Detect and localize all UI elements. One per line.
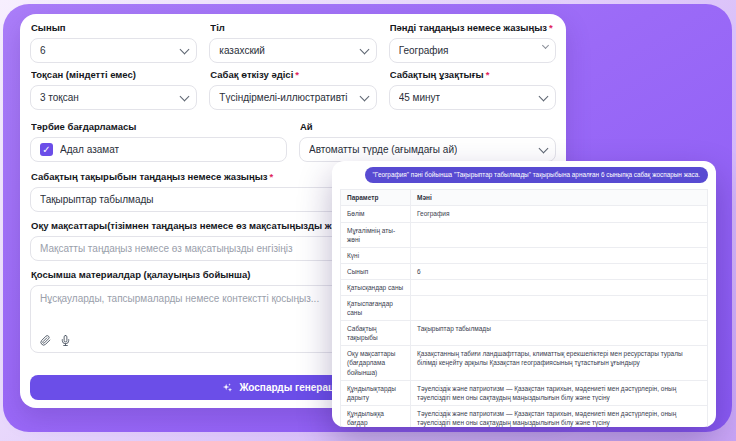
method-field-group: Сабақ өткізу әдісі* Түсіндірмелі-иллюстр… [209,69,376,110]
duration-select[interactable]: 45 минут [389,85,556,110]
table-header-value: Мәні [411,190,708,206]
checkbox-checked[interactable]: ✓ [40,143,53,156]
duration-label: Сабақтың ұзақтығы* [390,69,556,80]
table-row: Құндылыққа бағдарТәуелсіздік және патрио… [341,405,708,427]
row-value: Тәуелсіздік және патриотизм — Қазақстан … [411,405,708,427]
class-value: 6 [40,45,46,56]
form-row-2: Тоқсан (міндетті емес) 3 тоқсан Сабақ өт… [30,69,556,110]
row-value [411,295,708,320]
row-value: Қазақстанның табиғи ландшафттары, климат… [411,346,708,380]
row-value: География [411,206,708,222]
plan-parameters-table: Параметр Мәні БөлімГеография Мұғалімнің … [340,189,708,427]
class-label: Сынып [31,22,197,33]
table-header-param: Параметр [341,190,411,206]
row-param: Оқу мақсаттары (бағдарлама бойынша) [341,346,411,380]
month-select[interactable]: Автоматты түрде (ағымдағы ай) [299,137,556,162]
generated-plan-panel: "География" пәні бойынша "Тақырыптар таб… [332,161,716,427]
table-header-row: Параметр Мәні [341,190,708,206]
required-asterisk: * [270,171,274,182]
microphone-icon[interactable] [60,335,71,346]
language-field-group: Тіл казахский [209,22,376,63]
checkmark-icon: ✓ [42,144,50,155]
chevron-down-icon [359,44,369,54]
attachment-toolbar [40,335,71,346]
row-param: Құндылыққа бағдар [341,405,411,427]
term-label: Тоқсан (міндетті емес) [31,69,197,80]
row-param: Сынып [341,263,411,279]
language-value: казахский [219,45,265,56]
required-asterisk: * [295,69,299,80]
language-label: Тіл [210,22,376,33]
chevron-down-icon [539,91,549,101]
required-asterisk: * [549,22,553,33]
row-value [411,247,708,263]
table-row: Құндылықтарды дарытуТәуелсіздік және пат… [341,380,708,405]
term-field-group: Тоқсан (міндетті емес) 3 тоқсан [30,69,197,110]
method-select[interactable]: Түсіндірмелі-иллюстративті [209,85,376,110]
chevron-down-icon [359,91,369,101]
month-value: Автоматты түрде (ағымдағы ай) [309,144,457,155]
chevron-down-icon [539,143,549,153]
program-label: Тәрбие бағдарламасы [31,121,287,132]
form-row-3: Тәрбие бағдарламасы ✓ Адал азамат Ай Авт… [30,121,556,162]
row-param: Мұғалімнің аты-жөні [341,222,411,247]
subject-value: География [399,45,449,56]
table-row: БөлімГеография [341,206,708,222]
prompt-bubble: "География" пәні бойынша "Тақырыптар таб… [365,167,708,183]
required-asterisk: * [486,69,490,80]
method-value: Түсіндірмелі-иллюстративті [219,92,347,103]
table-row: Оқу мақсаттары (бағдарлама бойынша)Қазақ… [341,346,708,380]
term-select[interactable]: 3 тоқсан [30,85,197,110]
row-value: 6 [411,263,708,279]
class-field-group: Сынып 6 [30,22,197,63]
row-param: Құндылықтарды дарыту [341,380,411,405]
term-value: 3 тоқсан [40,92,79,103]
chevron-down-icon [180,91,190,101]
class-select[interactable]: 6 [30,38,197,63]
row-param: Қатысқандар саны [341,279,411,295]
table-row: Мұғалімнің аты-жөні [341,222,708,247]
subject-label: Пәнді таңдаңыз немесе жазыңыз* [390,22,556,33]
subject-combobox[interactable]: География [389,38,556,63]
table-row: Сынып6 [341,263,708,279]
row-value: Тақырыптар табылмады [411,321,708,346]
program-checkbox-label: Адал азамат [60,144,119,155]
table-row: Сабақтың тақырыбыТақырыптар табылмады [341,321,708,346]
table-row: Қатыспағандар саны [341,295,708,320]
program-checkbox-field[interactable]: ✓ Адал азамат [30,137,287,162]
subject-field-group: Пәнді таңдаңыз немесе жазыңыз* География [389,22,556,63]
language-select[interactable]: казахский [209,38,376,63]
chevron-down-icon [180,44,190,54]
duration-field-group: Сабақтың ұзақтығы* 45 минут [389,69,556,110]
duration-value: 45 минут [399,92,440,103]
row-param: Бөлім [341,206,411,222]
row-param: Күні [341,247,411,263]
topic-value: Тақырыптар табылмады [40,194,154,205]
table-row: Қатысқандар саны [341,279,708,295]
row-value [411,222,708,247]
sparkles-icon [222,382,233,393]
table-row: Күні [341,247,708,263]
row-param: Сабақтың тақырыбы [341,321,411,346]
paperclip-icon[interactable] [40,335,51,346]
month-label: Ай [300,121,556,132]
row-param: Қатыспағандар саны [341,295,411,320]
row-value: Тәуелсіздік және патриотизм — Қазақстан … [411,380,708,405]
method-label: Сабақ өткізу әдісі* [210,69,376,80]
month-field-group: Ай Автоматты түрде (ағымдағы ай) [299,121,556,162]
form-row-1: Сынып 6 Тіл казахский Пәнді таңдаңыз нем… [30,22,556,63]
program-field-group: Тәрбие бағдарламасы ✓ Адал азамат [30,121,287,162]
chevron-down-icon [542,42,549,49]
row-value [411,279,708,295]
